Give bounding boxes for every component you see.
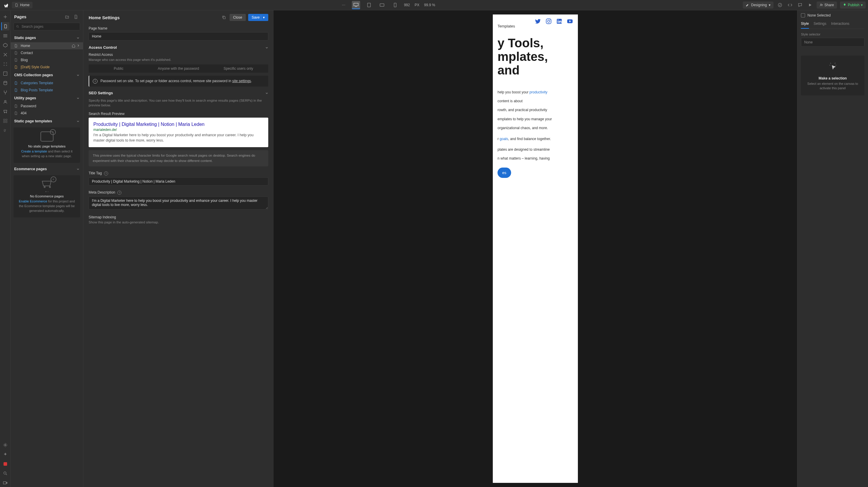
- svg-rect-13: [4, 119, 5, 121]
- find-icon[interactable]: {ƒ: [1, 126, 9, 134]
- help-icon[interactable]: ?: [117, 191, 121, 195]
- selection-state: None Selected: [801, 13, 864, 18]
- svg-rect-15: [4, 121, 5, 123]
- page-item-blog-posts[interactable]: Blog Posts Template: [11, 87, 83, 94]
- access-segment: Public Anyone with the password Specific…: [89, 64, 268, 73]
- ecommerce-empty-state: + No Ecommerce pages Enable Ecommerce fo…: [13, 175, 80, 217]
- svg-point-9: [6, 65, 7, 66]
- static-pages-section[interactable]: Static pages: [11, 33, 83, 42]
- breakpoint-desktop-icon[interactable]: [352, 1, 360, 9]
- svg-rect-2: [380, 4, 384, 6]
- page-item-blog[interactable]: Blog: [11, 56, 83, 64]
- linkedin-icon[interactable]: [556, 18, 562, 25]
- apps-icon[interactable]: [1, 117, 9, 125]
- search-rail-icon[interactable]: [1, 469, 9, 478]
- new-folder-icon[interactable]: [64, 13, 71, 21]
- pages-icon[interactable]: [1, 22, 9, 30]
- svg-point-5: [820, 4, 822, 5]
- canvas-zoom[interactable]: 99.9 %: [424, 3, 435, 7]
- share-button[interactable]: Share: [816, 1, 837, 8]
- navigator-icon[interactable]: [1, 32, 9, 40]
- mode-button[interactable]: Designing ▾: [743, 1, 773, 8]
- page-item-404[interactable]: 404: [11, 110, 83, 117]
- page-item-home[interactable]: Home: [11, 42, 83, 49]
- page-item-password[interactable]: Password: [11, 102, 83, 110]
- tab-settings[interactable]: Settings: [814, 22, 826, 29]
- cursor-click-icon: [827, 60, 839, 72]
- enable-ecommerce-link[interactable]: Enable Ecommerce: [19, 200, 47, 203]
- canvas-width-value[interactable]: 992: [404, 3, 410, 7]
- breakpoint-mobile-icon[interactable]: [391, 1, 399, 9]
- duplicate-icon[interactable]: [221, 14, 227, 21]
- restrict-desc: Manage who can access this page when it'…: [89, 57, 268, 62]
- breakpoint-tablet-icon[interactable]: [365, 1, 373, 9]
- segment-password[interactable]: Anyone with the password: [149, 64, 209, 73]
- svg-point-25: [550, 20, 550, 20]
- code-icon[interactable]: [786, 1, 794, 8]
- ai-sparkle-icon[interactable]: [1, 450, 9, 459]
- pages-search-input[interactable]: [13, 23, 80, 30]
- page-name-input[interactable]: [89, 32, 268, 40]
- users-icon[interactable]: [1, 98, 9, 106]
- tab-interactions[interactable]: Interactions: [831, 22, 849, 29]
- meta-desc-input[interactable]: I'm a Digital Marketer here to help you …: [89, 196, 268, 210]
- youtube-icon[interactable]: [567, 18, 573, 25]
- create-template-link[interactable]: Create a template: [21, 150, 47, 153]
- twitter-icon[interactable]: [535, 18, 541, 25]
- ecommerce-icon[interactable]: [1, 107, 9, 116]
- nav-templates[interactable]: Templates: [498, 24, 515, 28]
- settings-gear-icon[interactable]: [1, 441, 9, 449]
- more-icon[interactable]: ⋯: [340, 1, 347, 8]
- tab-style[interactable]: Style: [801, 22, 809, 29]
- components-icon[interactable]: [1, 41, 9, 49]
- draft-icon: [14, 65, 18, 69]
- comment-icon[interactable]: [797, 1, 804, 8]
- publish-button[interactable]: Publish ▾: [840, 1, 866, 8]
- preview-icon[interactable]: [807, 1, 814, 8]
- style-selector-input[interactable]: None: [801, 38, 864, 47]
- serp-label: Search Result Preview: [89, 112, 268, 116]
- save-button[interactable]: Save ▾: [248, 14, 268, 21]
- seo-settings-header[interactable]: SEO Settings: [89, 91, 268, 95]
- breakpoint-landscape-icon[interactable]: [378, 1, 386, 9]
- restrict-label: Restrict Access: [89, 53, 268, 57]
- page-item-categories[interactable]: Categories Template: [11, 80, 83, 87]
- page-item-style-guide[interactable]: [Draft] Style Guide: [11, 64, 83, 71]
- svg-point-6: [4, 63, 4, 64]
- settings-header: Home Settings Close Save ▾: [89, 14, 268, 21]
- assets-icon[interactable]: [1, 69, 9, 78]
- page-selector-button[interactable]: Home: [12, 2, 32, 8]
- selector-label: Style selector: [801, 32, 864, 36]
- serp-desc: I'm a Digital Marketer here to help you …: [93, 133, 264, 143]
- page-item-contact[interactable]: Contact: [11, 49, 83, 56]
- canvas-page[interactable]: Templates y Tools, mplates, and help you…: [493, 14, 578, 483]
- page-label: Blog Posts Template: [21, 88, 53, 92]
- style-manager-icon[interactable]: [1, 60, 9, 68]
- cms-pages-section[interactable]: CMS Collection pages: [11, 71, 83, 80]
- svg-point-24: [548, 20, 550, 22]
- logic-icon[interactable]: [1, 88, 9, 97]
- site-settings-link[interactable]: site settings: [232, 79, 251, 83]
- help-icon[interactable]: ?: [104, 172, 108, 176]
- segment-public[interactable]: Public: [89, 64, 149, 73]
- title-tag-input[interactable]: [89, 177, 268, 186]
- webflow-logo[interactable]: [2, 1, 9, 8]
- close-button[interactable]: Close: [229, 14, 246, 21]
- check-icon[interactable]: [776, 1, 783, 8]
- cta-button[interactable]: es: [498, 168, 511, 178]
- add-element-icon[interactable]: [1, 13, 9, 21]
- access-control-header[interactable]: Access Control: [89, 45, 268, 50]
- utility-pages-section[interactable]: Utility pages: [11, 94, 83, 102]
- templates-section[interactable]: Static page templates: [11, 117, 83, 126]
- new-page-icon[interactable]: [72, 13, 80, 21]
- instagram-icon[interactable]: [546, 18, 552, 25]
- chevron-down-icon: [76, 36, 80, 39]
- variables-icon[interactable]: [1, 51, 9, 59]
- segment-users[interactable]: Specific users only: [208, 64, 268, 73]
- canvas[interactable]: Templates y Tools, mplates, and help you…: [274, 10, 797, 487]
- video-help-icon[interactable]: [1, 479, 9, 487]
- audit-icon[interactable]: [1, 460, 9, 468]
- empty-desc: Create a template and then select it whe…: [18, 149, 76, 159]
- ecommerce-section[interactable]: Ecommerce pages: [11, 164, 83, 174]
- cms-icon[interactable]: [1, 79, 9, 87]
